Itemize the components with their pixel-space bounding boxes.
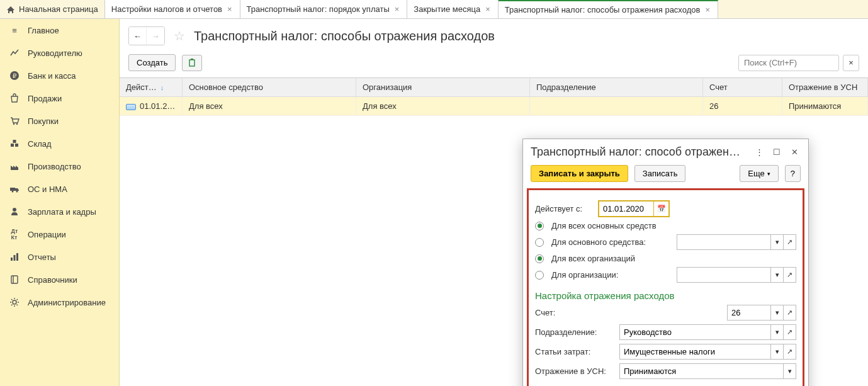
sidebar-item-main[interactable]: ≡Главное [0,19,119,42]
sidebar-item-label: Покупки [28,116,59,126]
close-icon[interactable]: ✕ [788,146,801,159]
radio-label: Для всех организаций [551,254,635,263]
sidebar-item-reports[interactable]: Отчеты [0,246,119,268]
column-header[interactable]: Организация [356,78,530,96]
open-button[interactable]: ↗ [784,324,796,340]
dropdown-button[interactable]: ▾ [771,344,784,360]
sidebar-item-label: Продажи [28,94,62,103]
column-header[interactable]: Основное средство [183,78,356,96]
star-icon[interactable]: ☆ [174,28,185,43]
close-icon[interactable]: × [226,4,234,14]
sidebar-item-label: Склад [28,139,52,149]
create-button[interactable]: Создать [128,54,176,71]
tab-transport-payment[interactable]: Транспортный налог: порядок уплаты × [240,0,408,18]
maximize-icon[interactable]: ☐ [770,146,783,159]
content-area: ← → ☆ Транспортный налог: способы отраже… [120,19,868,386]
section-title: Настройка отражения расходов [535,290,796,301]
account-label: Счет: [535,308,614,317]
table-row[interactable]: 01.01.2… Для всех Для всех 26 Принимаютс… [120,97,868,116]
dept-input[interactable] [619,324,771,340]
book-icon [9,274,20,285]
more-icon[interactable]: ⋮ [753,146,765,159]
forward-button[interactable]: → [147,27,164,45]
bag-icon [9,93,20,104]
save-close-button[interactable]: Записать и закрыть [531,165,628,182]
cost-input[interactable] [619,344,771,360]
column-header[interactable]: Отражение в УСН [782,78,868,96]
nav-buttons: ← → [128,26,165,45]
sidebar-item-label: Отчеты [28,253,56,262]
open-button[interactable]: ↗ [784,305,796,321]
radio-all-orgs[interactable] [535,254,544,263]
sidebar-item-warehouse[interactable]: Склад [0,132,119,155]
dropdown-button[interactable]: ▾ [771,267,784,283]
radio-for-org[interactable] [535,271,544,280]
sidebar-item-label: Производство [28,162,81,171]
data-table: Дейст…↓ Основное средство Организация По… [120,77,868,116]
column-header[interactable]: Подразделение [530,78,703,96]
open-button[interactable]: ↗ [784,344,796,360]
bars-icon [9,251,20,263]
close-icon[interactable]: × [484,4,492,14]
sidebar-item-label: Администрирование [28,298,106,307]
ruble-icon: ₽ [9,70,20,81]
help-button[interactable]: ? [785,165,801,182]
dropdown-button[interactable]: ▾ [784,363,796,379]
tab-label: Начальная страница [19,4,98,14]
sidebar-item-operations[interactable]: ДтКтОперации [0,223,119,246]
account-input[interactable] [727,305,771,321]
clear-search-button[interactable]: × [843,55,859,71]
row-icon [126,104,136,110]
dropdown-button[interactable]: ▾ [771,324,784,340]
sidebar-item-label: Справочники [28,275,77,285]
open-button[interactable]: ↗ [784,267,796,283]
sidebar: ≡Главное Руководителю ₽Банк и касса Прод… [0,19,120,386]
sidebar-item-salary[interactable]: Зарплата и кадры [0,200,119,223]
close-icon[interactable]: × [393,4,401,14]
sidebar-item-label: Руководителю [28,48,82,58]
svg-rect-17 [189,60,194,66]
sidebar-item-purchases[interactable]: Покупки [0,110,119,132]
chevron-down-icon: ▾ [767,171,770,177]
back-button[interactable]: ← [129,27,147,45]
sidebar-item-manager[interactable]: Руководителю [0,42,119,64]
asset-input[interactable] [677,234,771,250]
open-button[interactable]: ↗ [784,234,796,250]
radio-all-assets[interactable] [535,222,544,230]
sidebar-item-production[interactable]: Производство [0,155,119,178]
sidebar-item-catalogs[interactable]: Справочники [0,268,119,291]
column-header[interactable]: Дейст…↓ [120,78,183,96]
usn-input[interactable] [619,363,784,379]
dept-label: Подразделение: [535,327,614,337]
sidebar-item-assets[interactable]: ОС и НМА [0,178,119,200]
truck-icon [9,183,20,195]
tab-month-close[interactable]: Закрытие месяца × [407,0,498,18]
menu-icon: ≡ [9,25,20,36]
close-icon[interactable]: × [704,5,711,14]
cost-label: Статьи затрат: [535,347,614,356]
tab-settings[interactable]: Настройки налогов и отчетов × [105,0,240,18]
radio-for-asset[interactable] [535,238,544,247]
sidebar-item-admin[interactable]: Администрирование [0,291,119,314]
sidebar-item-bank[interactable]: ₽Банк и касса [0,64,119,87]
save-button[interactable]: Записать [634,165,686,182]
chart-icon [9,47,20,59]
sidebar-item-sales[interactable]: Продажи [0,87,119,110]
tab-transport-expenses[interactable]: Транспортный налог: способы отражения ра… [499,0,718,18]
svg-rect-7 [10,188,15,191]
column-header[interactable]: Счет [703,78,782,96]
sidebar-item-label: Операции [28,230,66,239]
tab-home[interactable]: Начальная страница [0,0,105,18]
dropdown-button[interactable]: ▾ [771,305,784,321]
active-from-input[interactable] [599,202,653,216]
sidebar-item-label: Зарплата и кадры [28,207,96,217]
svg-rect-11 [11,258,13,261]
calendar-icon[interactable]: 📅 [653,202,668,216]
refresh-button[interactable] [182,55,202,71]
org-input[interactable] [677,267,771,283]
more-button[interactable]: Еще▾ [740,165,778,182]
cart-icon [9,115,20,127]
sidebar-item-label: Банк и касса [28,71,76,81]
search-input[interactable] [738,55,839,71]
dropdown-button[interactable]: ▾ [771,234,784,250]
